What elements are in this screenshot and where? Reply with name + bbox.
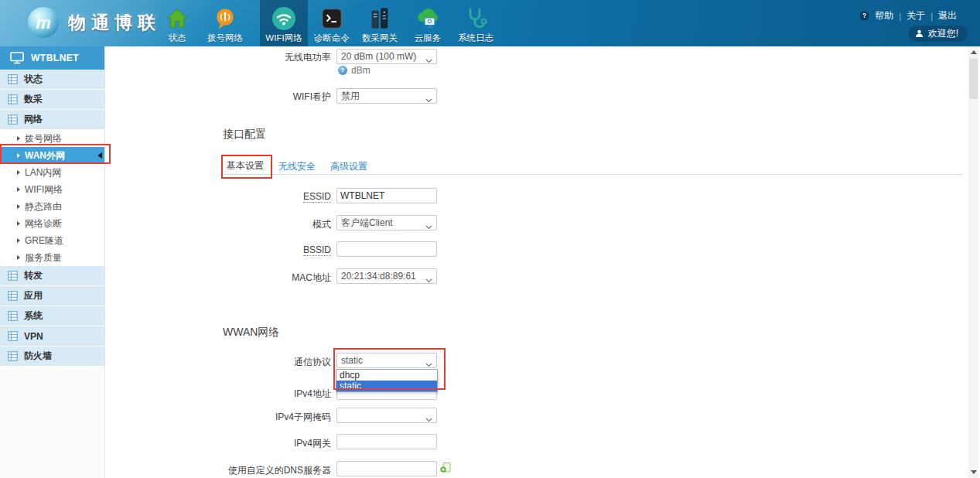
grid-menu-icon: [8, 74, 18, 84]
protocol-label: 通信协议: [99, 356, 331, 369]
essid-label: ESSID: [99, 191, 331, 202]
scrollbar-thumb[interactable]: [969, 59, 978, 99]
sidebar-item-qos[interactable]: 服务质量: [0, 249, 104, 266]
tab-advanced-settings[interactable]: 高级设置: [330, 160, 367, 173]
nav-syslog[interactable]: 系统日志: [452, 0, 500, 46]
link-separator: |: [930, 12, 933, 21]
nav-dial-network[interactable]: 拨号网络: [201, 0, 249, 46]
sidebar-item-network[interactable]: 网络: [0, 110, 104, 130]
nav-status[interactable]: 状态: [153, 0, 201, 46]
mac-select[interactable]: 20:21:34:d8:89:61: [336, 268, 437, 284]
protocol-select[interactable]: static: [336, 353, 437, 368]
nav-data-gateway[interactable]: 数采网关: [356, 0, 404, 46]
essid-input[interactable]: [336, 188, 437, 203]
sidebar-item-vpn[interactable]: VPN: [0, 326, 104, 347]
chevron-down-icon: [425, 359, 432, 370]
sidebar-item-net-diagnosis[interactable]: 网络诊断: [0, 215, 104, 232]
sidebar-item-wan[interactable]: WAN外网: [0, 147, 104, 164]
sidebar-item-lan[interactable]: LAN内网: [0, 164, 104, 181]
protocol-option-static[interactable]: static: [336, 381, 437, 391]
question-hint-icon: ?: [338, 66, 347, 75]
router-admin-page: m 物通博联 状态 拨号网络 WIFI网络: [0, 0, 980, 478]
wwan-section-title: WWAN网络: [223, 326, 279, 340]
tab-basic-settings[interactable]: 基本设置: [223, 157, 268, 174]
monitor-icon: [10, 52, 24, 64]
bssid-input[interactable]: [336, 241, 437, 257]
svg-text:?: ?: [862, 12, 866, 19]
chevron-down-icon: [425, 55, 432, 66]
home-icon: [166, 5, 189, 32]
protocol-dropdown-list: dhcp static: [336, 369, 438, 392]
sidebar-item-status[interactable]: 状态: [0, 70, 104, 90]
radio-power-hint: ? dBm: [338, 65, 370, 76]
cloud-service-icon: [415, 5, 440, 32]
mode-label: 模式: [99, 218, 331, 231]
dns-label: 使用自定义的DNS服务器: [99, 464, 331, 477]
grid-menu-icon: [8, 271, 18, 281]
grid-menu-icon: [8, 114, 18, 125]
sidebar-hostname: WTBLNET: [0, 46, 104, 70]
syslog-icon: [464, 5, 487, 32]
link-separator: |: [899, 12, 901, 21]
grid-menu-icon: [8, 94, 18, 104]
wifi-guard-select[interactable]: 禁用: [336, 88, 437, 104]
sidebar-item-forward[interactable]: 转发: [0, 266, 104, 286]
sidebar: WTBLNET 状态 数采 网络 拨号网络 WAN外网 LAN内网: [0, 46, 105, 478]
wifi-guard-label: WIFI看护: [99, 90, 331, 104]
vertical-scrollbar[interactable]: [968, 46, 978, 478]
sidebar-item-gre-tunnel[interactable]: GRE隧道: [0, 232, 104, 249]
bssid-label: BSSID: [99, 244, 331, 255]
nav-wifi[interactable]: WIFI网络: [260, 0, 308, 46]
brand-logo: m 物通博联: [26, 5, 161, 39]
chevron-down-icon: [425, 275, 432, 285]
sidebar-item-dial-network[interactable]: 拨号网络: [0, 130, 104, 147]
sidebar-item-system[interactable]: 系统: [0, 306, 104, 326]
tab-divider: [223, 174, 963, 175]
svg-text:m: m: [36, 13, 51, 32]
scroll-up-arrow-icon[interactable]: [971, 50, 977, 54]
welcome-text: 欢迎您!: [928, 27, 958, 40]
brand-name: 物通博联: [68, 11, 161, 35]
help-circle-icon: ?: [859, 11, 869, 21]
netmask-label: IPv4子网掩码: [99, 411, 331, 424]
dns-input[interactable]: [336, 461, 437, 476]
main-nav: 状态 拨号网络 WIFI网络 诊断命令: [153, 0, 500, 46]
sidebar-item-wifi[interactable]: WIFI网络: [0, 181, 104, 198]
wifi-icon: [271, 5, 296, 32]
sidebar-item-static-route[interactable]: 静态路由: [0, 198, 104, 215]
chevron-down-icon: [425, 94, 432, 105]
top-header-bar: m 物通博联 状态 拨号网络 WIFI网络: [0, 0, 980, 46]
tab-wireless-security[interactable]: 无线安全: [278, 160, 316, 173]
about-link[interactable]: 关于: [907, 9, 925, 22]
radio-power-select[interactable]: 20 dBm (100 mW): [336, 49, 437, 64]
chevron-down-icon: [425, 414, 432, 425]
caret-right-icon: [17, 255, 20, 260]
caret-right-icon: [17, 153, 20, 158]
protocol-option-dhcp[interactable]: dhcp: [336, 370, 437, 381]
sidebar-item-apps[interactable]: 应用: [0, 286, 104, 306]
hostname-text: WTBLNET: [31, 53, 79, 63]
add-entry-icon[interactable]: [440, 462, 451, 476]
caret-right-icon: [17, 238, 20, 243]
grid-menu-icon: [8, 351, 18, 361]
mode-select[interactable]: 客户端Client: [336, 215, 437, 230]
gateway-input[interactable]: [336, 434, 437, 449]
caret-right-icon: [17, 187, 20, 192]
nav-diagnostic[interactable]: 诊断命令: [308, 0, 356, 46]
dial-network-icon: [213, 5, 237, 32]
caret-right-icon: [17, 136, 20, 141]
terminal-icon: [321, 5, 343, 32]
nav-cloud-service[interactable]: 云服务: [404, 0, 452, 46]
sidebar-item-data-collect[interactable]: 数采: [0, 90, 104, 110]
logout-link[interactable]: 退出: [938, 9, 957, 22]
grid-menu-icon: [8, 291, 18, 301]
help-link[interactable]: 帮助: [875, 9, 893, 22]
sidebar-item-firewall[interactable]: 防火墙: [0, 347, 104, 367]
logo-sphere-icon: m: [26, 5, 60, 39]
grid-menu-icon: [8, 311, 18, 321]
radio-power-label: 无线电功率: [99, 51, 331, 64]
scroll-down-arrow-icon[interactable]: [971, 470, 977, 474]
selected-marker-icon: [97, 152, 102, 159]
caret-right-icon: [17, 221, 20, 226]
netmask-select[interactable]: [336, 408, 437, 423]
